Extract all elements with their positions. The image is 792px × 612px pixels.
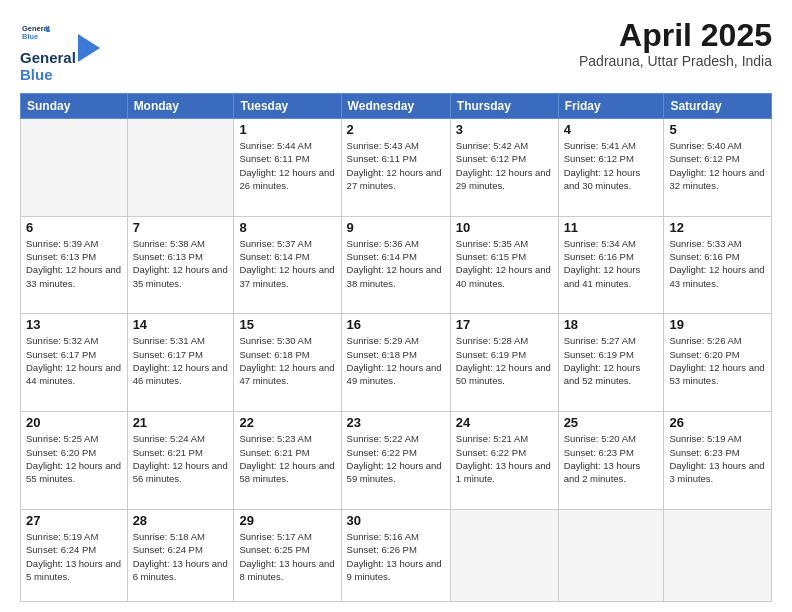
day-number: 6 <box>26 220 122 235</box>
day-info: Sunrise: 5:43 AM Sunset: 6:11 PM Dayligh… <box>347 139 445 192</box>
day-info: Sunrise: 5:30 AM Sunset: 6:18 PM Dayligh… <box>239 334 335 387</box>
title-area: April 2025 Padrauna, Uttar Pradesh, Indi… <box>579 18 772 69</box>
calendar-cell: 26Sunrise: 5:19 AM Sunset: 6:23 PM Dayli… <box>664 412 772 510</box>
col-thursday: Thursday <box>450 94 558 119</box>
day-number: 8 <box>239 220 335 235</box>
day-number: 19 <box>669 317 766 332</box>
col-sunday: Sunday <box>21 94 128 119</box>
page-header: General Blue General Blue April 2025 Pad… <box>20 18 772 83</box>
day-info: Sunrise: 5:19 AM Sunset: 6:23 PM Dayligh… <box>669 432 766 485</box>
svg-text:Blue: Blue <box>22 32 38 41</box>
calendar-header-row: Sunday Monday Tuesday Wednesday Thursday… <box>21 94 772 119</box>
calendar-cell: 7Sunrise: 5:38 AM Sunset: 6:13 PM Daylig… <box>127 216 234 314</box>
day-number: 10 <box>456 220 553 235</box>
day-number: 21 <box>133 415 229 430</box>
day-number: 24 <box>456 415 553 430</box>
calendar-cell: 13Sunrise: 5:32 AM Sunset: 6:17 PM Dayli… <box>21 314 128 412</box>
calendar-cell: 5Sunrise: 5:40 AM Sunset: 6:12 PM Daylig… <box>664 119 772 217</box>
calendar-cell: 12Sunrise: 5:33 AM Sunset: 6:16 PM Dayli… <box>664 216 772 314</box>
day-info: Sunrise: 5:16 AM Sunset: 6:26 PM Dayligh… <box>347 530 445 583</box>
calendar-cell <box>664 509 772 601</box>
day-number: 29 <box>239 513 335 528</box>
day-info: Sunrise: 5:32 AM Sunset: 6:17 PM Dayligh… <box>26 334 122 387</box>
calendar-cell: 23Sunrise: 5:22 AM Sunset: 6:22 PM Dayli… <box>341 412 450 510</box>
day-info: Sunrise: 5:27 AM Sunset: 6:19 PM Dayligh… <box>564 334 659 387</box>
day-info: Sunrise: 5:26 AM Sunset: 6:20 PM Dayligh… <box>669 334 766 387</box>
day-info: Sunrise: 5:22 AM Sunset: 6:22 PM Dayligh… <box>347 432 445 485</box>
calendar-cell <box>450 509 558 601</box>
day-info: Sunrise: 5:41 AM Sunset: 6:12 PM Dayligh… <box>564 139 659 192</box>
day-number: 11 <box>564 220 659 235</box>
day-number: 23 <box>347 415 445 430</box>
day-number: 7 <box>133 220 229 235</box>
calendar-cell: 19Sunrise: 5:26 AM Sunset: 6:20 PM Dayli… <box>664 314 772 412</box>
day-info: Sunrise: 5:21 AM Sunset: 6:22 PM Dayligh… <box>456 432 553 485</box>
col-tuesday: Tuesday <box>234 94 341 119</box>
day-number: 28 <box>133 513 229 528</box>
day-number: 20 <box>26 415 122 430</box>
day-number: 13 <box>26 317 122 332</box>
day-number: 2 <box>347 122 445 137</box>
col-monday: Monday <box>127 94 234 119</box>
col-saturday: Saturday <box>664 94 772 119</box>
calendar-cell: 22Sunrise: 5:23 AM Sunset: 6:21 PM Dayli… <box>234 412 341 510</box>
calendar-cell: 24Sunrise: 5:21 AM Sunset: 6:22 PM Dayli… <box>450 412 558 510</box>
calendar-cell: 28Sunrise: 5:18 AM Sunset: 6:24 PM Dayli… <box>127 509 234 601</box>
day-info: Sunrise: 5:23 AM Sunset: 6:21 PM Dayligh… <box>239 432 335 485</box>
day-number: 5 <box>669 122 766 137</box>
day-number: 26 <box>669 415 766 430</box>
calendar-cell: 14Sunrise: 5:31 AM Sunset: 6:17 PM Dayli… <box>127 314 234 412</box>
day-number: 22 <box>239 415 335 430</box>
day-info: Sunrise: 5:28 AM Sunset: 6:19 PM Dayligh… <box>456 334 553 387</box>
calendar-cell: 20Sunrise: 5:25 AM Sunset: 6:20 PM Dayli… <box>21 412 128 510</box>
calendar-cell: 6Sunrise: 5:39 AM Sunset: 6:13 PM Daylig… <box>21 216 128 314</box>
day-info: Sunrise: 5:39 AM Sunset: 6:13 PM Dayligh… <box>26 237 122 290</box>
day-number: 3 <box>456 122 553 137</box>
day-info: Sunrise: 5:40 AM Sunset: 6:12 PM Dayligh… <box>669 139 766 192</box>
calendar-cell: 17Sunrise: 5:28 AM Sunset: 6:19 PM Dayli… <box>450 314 558 412</box>
day-info: Sunrise: 5:34 AM Sunset: 6:16 PM Dayligh… <box>564 237 659 290</box>
day-info: Sunrise: 5:20 AM Sunset: 6:23 PM Dayligh… <box>564 432 659 485</box>
day-info: Sunrise: 5:36 AM Sunset: 6:14 PM Dayligh… <box>347 237 445 290</box>
day-info: Sunrise: 5:31 AM Sunset: 6:17 PM Dayligh… <box>133 334 229 387</box>
day-number: 18 <box>564 317 659 332</box>
col-wednesday: Wednesday <box>341 94 450 119</box>
calendar-cell: 29Sunrise: 5:17 AM Sunset: 6:25 PM Dayli… <box>234 509 341 601</box>
month-year-title: April 2025 <box>579 18 772 53</box>
day-number: 14 <box>133 317 229 332</box>
calendar-cell: 8Sunrise: 5:37 AM Sunset: 6:14 PM Daylig… <box>234 216 341 314</box>
day-number: 27 <box>26 513 122 528</box>
calendar-table: Sunday Monday Tuesday Wednesday Thursday… <box>20 93 772 602</box>
calendar-cell <box>127 119 234 217</box>
day-number: 25 <box>564 415 659 430</box>
day-info: Sunrise: 5:38 AM Sunset: 6:13 PM Dayligh… <box>133 237 229 290</box>
calendar-cell: 30Sunrise: 5:16 AM Sunset: 6:26 PM Dayli… <box>341 509 450 601</box>
day-number: 17 <box>456 317 553 332</box>
calendar-cell <box>21 119 128 217</box>
calendar-cell: 18Sunrise: 5:27 AM Sunset: 6:19 PM Dayli… <box>558 314 664 412</box>
day-info: Sunrise: 5:19 AM Sunset: 6:24 PM Dayligh… <box>26 530 122 583</box>
calendar-cell: 11Sunrise: 5:34 AM Sunset: 6:16 PM Dayli… <box>558 216 664 314</box>
calendar-cell <box>558 509 664 601</box>
day-info: Sunrise: 5:24 AM Sunset: 6:21 PM Dayligh… <box>133 432 229 485</box>
day-info: Sunrise: 5:35 AM Sunset: 6:15 PM Dayligh… <box>456 237 553 290</box>
calendar-cell: 4Sunrise: 5:41 AM Sunset: 6:12 PM Daylig… <box>558 119 664 217</box>
day-info: Sunrise: 5:37 AM Sunset: 6:14 PM Dayligh… <box>239 237 335 290</box>
day-info: Sunrise: 5:44 AM Sunset: 6:11 PM Dayligh… <box>239 139 335 192</box>
day-number: 15 <box>239 317 335 332</box>
day-info: Sunrise: 5:17 AM Sunset: 6:25 PM Dayligh… <box>239 530 335 583</box>
calendar-cell: 25Sunrise: 5:20 AM Sunset: 6:23 PM Dayli… <box>558 412 664 510</box>
logo: General Blue General Blue <box>20 18 100 83</box>
day-number: 9 <box>347 220 445 235</box>
day-number: 16 <box>347 317 445 332</box>
svg-marker-3 <box>78 34 100 62</box>
day-number: 30 <box>347 513 445 528</box>
day-info: Sunrise: 5:42 AM Sunset: 6:12 PM Dayligh… <box>456 139 553 192</box>
location-subtitle: Padrauna, Uttar Pradesh, India <box>579 53 772 69</box>
day-info: Sunrise: 5:33 AM Sunset: 6:16 PM Dayligh… <box>669 237 766 290</box>
day-info: Sunrise: 5:18 AM Sunset: 6:24 PM Dayligh… <box>133 530 229 583</box>
calendar-cell: 9Sunrise: 5:36 AM Sunset: 6:14 PM Daylig… <box>341 216 450 314</box>
calendar-cell: 3Sunrise: 5:42 AM Sunset: 6:12 PM Daylig… <box>450 119 558 217</box>
calendar-cell: 2Sunrise: 5:43 AM Sunset: 6:11 PM Daylig… <box>341 119 450 217</box>
calendar-cell: 15Sunrise: 5:30 AM Sunset: 6:18 PM Dayli… <box>234 314 341 412</box>
